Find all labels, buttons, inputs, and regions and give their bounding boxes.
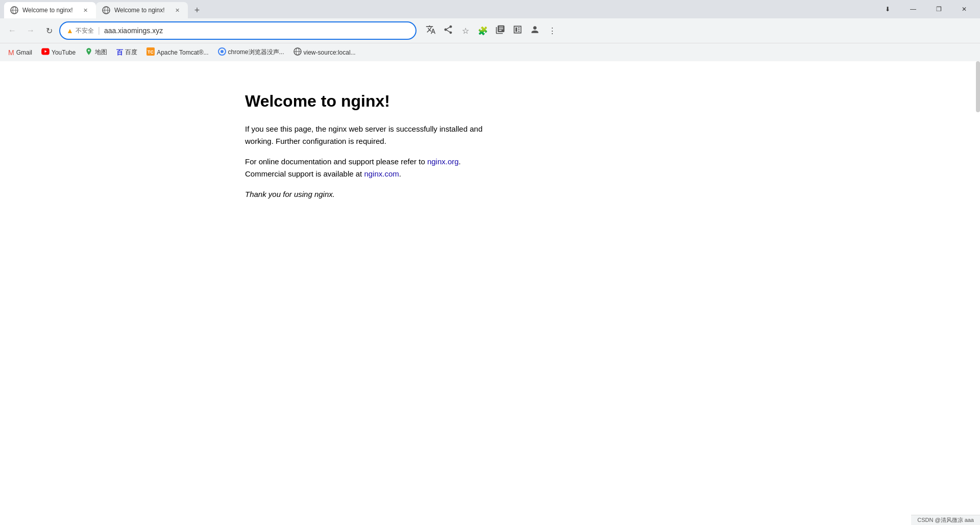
refresh-icon: ↻	[46, 26, 53, 36]
forward-button[interactable]: →	[22, 22, 39, 39]
back-button[interactable]: ←	[4, 22, 20, 39]
tab-2-close[interactable]: ✕	[173, 6, 182, 15]
address-bar-row: ← → ↻ ▲ 不安全 |	[0, 18, 980, 43]
window-controls: ⬇ — ❐ ✕	[876, 1, 976, 17]
share-button[interactable]	[440, 22, 456, 39]
tab-1-favicon	[10, 6, 18, 14]
reading-list-button[interactable]	[492, 22, 508, 39]
nginx-p2-before: For online documentation and support ple…	[245, 157, 427, 166]
star-icon: ☆	[462, 26, 469, 36]
tab-1-title: Welcome to nginx!	[22, 7, 77, 14]
nginx-thanks: Thank you for using nginx.	[245, 190, 335, 198]
nginx-body: If you see this page, the nginx web serv…	[245, 123, 510, 201]
tab-1-close[interactable]: ✕	[81, 6, 90, 15]
toolbar-icons: ☆ 🧩 ⋮	[423, 22, 560, 39]
security-label: 不安全	[76, 27, 94, 35]
bookmark-button[interactable]: ☆	[457, 22, 474, 39]
scrollbar[interactable]	[976, 61, 980, 112]
address-bar[interactable]: ▲ 不安全 |	[59, 21, 416, 40]
nginx-org-link[interactable]: nginx.org	[427, 157, 459, 166]
refresh-button[interactable]: ↻	[41, 22, 57, 39]
status-text: CSDN @清风微凉 aaa	[917, 516, 974, 524]
bookmark-youtube-label: YouTube	[52, 49, 76, 56]
sidebar-icon	[512, 24, 523, 37]
status-bar: CSDN @清风微凉 aaa	[911, 515, 980, 525]
bookmark-chrome-sound[interactable]: chrome浏览器没声...	[214, 45, 288, 59]
translate-button[interactable]	[423, 22, 439, 39]
nginx-paragraph1: If you see this page, the nginx web serv…	[245, 123, 510, 147]
svg-text:TC: TC	[148, 49, 154, 55]
maps-icon	[85, 47, 93, 57]
address-divider: |	[98, 26, 100, 35]
menu-button[interactable]: ⋮	[544, 22, 560, 39]
translate-icon	[426, 24, 436, 37]
bookmark-chrome-label: chrome浏览器没声...	[228, 48, 284, 57]
title-bar: Welcome to nginx! ✕ Welcome to nginx! ✕ …	[0, 0, 980, 18]
window-minimize-button[interactable]: —	[901, 1, 925, 17]
nginx-com-link[interactable]: nginx.com	[364, 169, 399, 178]
window-maximize-button[interactable]: ❐	[927, 1, 950, 17]
menu-icon: ⋮	[548, 26, 556, 36]
bookmark-tomcat[interactable]: TC Apache Tomcat®...	[142, 45, 212, 59]
bookmark-viewsource[interactable]: view-source:local...	[289, 45, 360, 59]
nginx-p2-after: .	[459, 157, 461, 166]
bookmark-gmail[interactable]: M Gmail	[4, 46, 36, 59]
forward-icon: →	[27, 26, 35, 35]
extensions-button[interactable]: 🧩	[475, 22, 491, 39]
profile-icon	[530, 24, 540, 37]
profile-button[interactable]	[527, 22, 543, 39]
nginx-p3-after: .	[399, 169, 401, 178]
url-input[interactable]	[104, 27, 409, 35]
window-close-button[interactable]: ✕	[952, 1, 976, 17]
tab-2[interactable]: Welcome to nginx! ✕	[96, 2, 188, 18]
back-icon: ←	[8, 26, 16, 35]
share-icon	[443, 24, 453, 37]
extensions-icon: 🧩	[478, 26, 488, 36]
tab-2-favicon	[102, 6, 110, 14]
viewsource-icon	[293, 47, 302, 57]
bookmark-tomcat-label: Apache Tomcat®...	[157, 49, 208, 56]
baidu-icon: 百	[116, 48, 123, 57]
new-tab-button[interactable]: +	[190, 3, 204, 17]
security-warning: ▲ 不安全	[66, 27, 94, 35]
window-list-button[interactable]: ⬇	[876, 1, 899, 17]
bookmark-baidu[interactable]: 百 百度	[112, 46, 141, 59]
tomcat-icon: TC	[146, 47, 155, 57]
nginx-paragraph4: Thank you for using nginx.	[245, 188, 510, 201]
reading-list-icon	[495, 24, 505, 37]
bookmark-maps-label: 地图	[95, 48, 107, 57]
tab-2-title: Welcome to nginx!	[114, 7, 168, 14]
bookmark-gmail-label: Gmail	[16, 49, 32, 56]
bookmarks-bar: M Gmail YouTube 地图 百 百度 TC Apache To	[0, 43, 980, 61]
tabs-area: Welcome to nginx! ✕ Welcome to nginx! ✕ …	[4, 0, 876, 18]
warning-icon: ▲	[66, 27, 74, 35]
bookmark-youtube[interactable]: YouTube	[37, 45, 80, 59]
bookmark-viewsource-label: view-source:local...	[304, 49, 356, 56]
svg-point-9	[220, 50, 224, 53]
page-title: Welcome to nginx!	[245, 92, 980, 111]
bookmark-maps[interactable]: 地图	[81, 45, 111, 59]
chrome-icon	[218, 47, 226, 57]
tab-1[interactable]: Welcome to nginx! ✕	[4, 2, 96, 18]
nginx-p3-before: Commercial support is available at	[245, 169, 364, 178]
sidebar-button[interactable]	[509, 22, 526, 39]
youtube-icon	[41, 47, 50, 57]
page-content: Welcome to nginx! If you see this page, …	[0, 61, 980, 525]
nginx-paragraph2: For online documentation and support ple…	[245, 156, 510, 180]
gmail-icon: M	[8, 48, 14, 57]
browser-chrome: Welcome to nginx! ✕ Welcome to nginx! ✕ …	[0, 0, 980, 61]
bookmark-baidu-label: 百度	[125, 48, 137, 57]
